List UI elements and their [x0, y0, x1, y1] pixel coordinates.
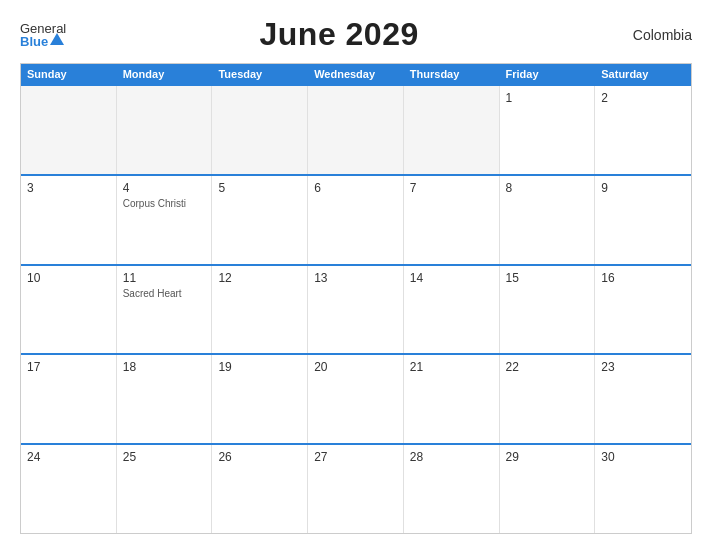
day-number: 7: [410, 181, 493, 195]
day-number: 27: [314, 450, 397, 464]
day-number: 15: [506, 271, 589, 285]
cal-cell-jun15: 15: [500, 266, 596, 354]
header-friday: Friday: [500, 64, 596, 84]
day-number: 22: [506, 360, 589, 374]
cal-cell-jun14: 14: [404, 266, 500, 354]
day-number: 14: [410, 271, 493, 285]
day-number: 13: [314, 271, 397, 285]
header-wednesday: Wednesday: [308, 64, 404, 84]
header-saturday: Saturday: [595, 64, 691, 84]
cal-cell-jun13: 13: [308, 266, 404, 354]
day-number: 23: [601, 360, 685, 374]
cal-cell-jun8: 8: [500, 176, 596, 264]
logo-triangle-icon: [50, 33, 64, 45]
cal-cell: [404, 86, 500, 174]
cal-cell-jun23: 23: [595, 355, 691, 443]
header-sunday: Sunday: [21, 64, 117, 84]
day-number: 18: [123, 360, 206, 374]
cal-cell-jun6: 6: [308, 176, 404, 264]
header: General Blue June 2029 Colombia: [20, 16, 692, 53]
cal-cell-jun21: 21: [404, 355, 500, 443]
day-number: 4: [123, 181, 206, 195]
cal-cell-jun4: 4 Corpus Christi: [117, 176, 213, 264]
cal-cell-jun2: 2: [595, 86, 691, 174]
page: General Blue June 2029 Colombia Sunday M…: [0, 0, 712, 550]
day-number: 17: [27, 360, 110, 374]
day-number: 11: [123, 271, 206, 285]
cal-cell-jun18: 18: [117, 355, 213, 443]
cal-cell: [117, 86, 213, 174]
cal-cell-jun20: 20: [308, 355, 404, 443]
day-number: 5: [218, 181, 301, 195]
cal-cell-jun3: 3: [21, 176, 117, 264]
day-number: 24: [27, 450, 110, 464]
day-event: Corpus Christi: [123, 197, 206, 210]
cal-cell-jun5: 5: [212, 176, 308, 264]
day-number: 16: [601, 271, 685, 285]
week-2: 3 4 Corpus Christi 5 6 7 8: [21, 174, 691, 264]
week-5: 24 25 26 27 28 29 30: [21, 443, 691, 533]
cal-cell-jun22: 22: [500, 355, 596, 443]
week-4: 17 18 19 20 21 22 23: [21, 353, 691, 443]
cal-cell-jun7: 7: [404, 176, 500, 264]
calendar-title: June 2029: [259, 16, 418, 53]
country-label: Colombia: [612, 27, 692, 43]
day-number: 29: [506, 450, 589, 464]
day-number: 25: [123, 450, 206, 464]
day-number: 28: [410, 450, 493, 464]
cal-cell-jun16: 16: [595, 266, 691, 354]
day-number: 26: [218, 450, 301, 464]
day-number: 1: [506, 91, 589, 105]
day-number: 9: [601, 181, 685, 195]
cal-cell: [308, 86, 404, 174]
header-tuesday: Tuesday: [212, 64, 308, 84]
cal-cell-jun28: 28: [404, 445, 500, 533]
calendar: Sunday Monday Tuesday Wednesday Thursday…: [20, 63, 692, 534]
day-number: 8: [506, 181, 589, 195]
day-number: 3: [27, 181, 110, 195]
day-number: 20: [314, 360, 397, 374]
cal-cell-jun17: 17: [21, 355, 117, 443]
header-monday: Monday: [117, 64, 213, 84]
cal-cell-jun9: 9: [595, 176, 691, 264]
cal-cell-jun29: 29: [500, 445, 596, 533]
day-number: 30: [601, 450, 685, 464]
day-number: 10: [27, 271, 110, 285]
cal-cell-jun24: 24: [21, 445, 117, 533]
week-3: 10 11 Sacred Heart 12 13 14 15: [21, 264, 691, 354]
cal-cell-jun26: 26: [212, 445, 308, 533]
day-number: 12: [218, 271, 301, 285]
cal-cell-jun11: 11 Sacred Heart: [117, 266, 213, 354]
day-number: 19: [218, 360, 301, 374]
cal-cell-jun19: 19: [212, 355, 308, 443]
header-thursday: Thursday: [404, 64, 500, 84]
calendar-body: 1 2 3 4 Corpus Christi 5 6: [21, 84, 691, 533]
calendar-header: Sunday Monday Tuesday Wednesday Thursday…: [21, 64, 691, 84]
cal-cell-jun1: 1: [500, 86, 596, 174]
cal-cell-jun25: 25: [117, 445, 213, 533]
cal-cell: [21, 86, 117, 174]
cal-cell-jun10: 10: [21, 266, 117, 354]
cal-cell-jun27: 27: [308, 445, 404, 533]
day-number: 6: [314, 181, 397, 195]
logo: General Blue: [20, 22, 66, 48]
day-number: 2: [601, 91, 685, 105]
cal-cell: [212, 86, 308, 174]
cal-cell-jun30: 30: [595, 445, 691, 533]
cal-cell-jun12: 12: [212, 266, 308, 354]
week-1: 1 2: [21, 84, 691, 174]
logo-blue-text: Blue: [20, 35, 48, 48]
day-number: 21: [410, 360, 493, 374]
day-event: Sacred Heart: [123, 287, 206, 300]
